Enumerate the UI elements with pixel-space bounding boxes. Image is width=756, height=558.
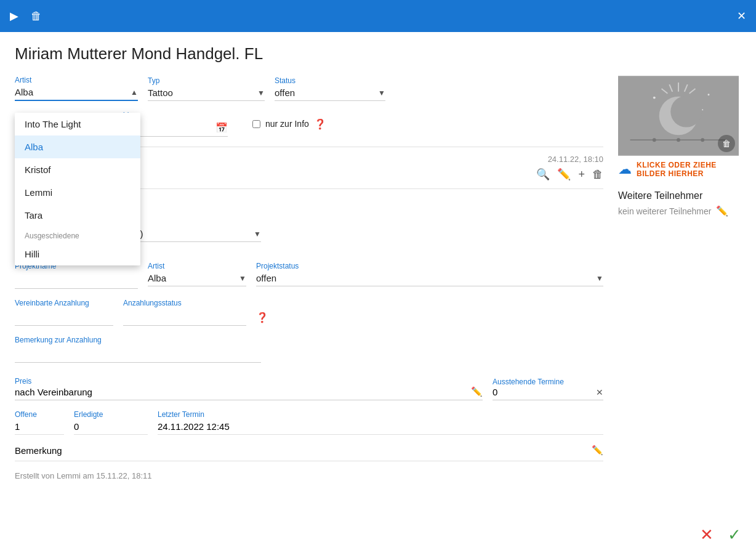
bemerkung-row: Bemerkung ✏️ bbox=[15, 445, 603, 461]
upload-area[interactable]: ☁ KLICKE ODER ZIEHE BILDER HIERHER bbox=[618, 161, 741, 178]
delete-client-icon[interactable]: 🗑 bbox=[592, 168, 603, 181]
svg-point-8 bbox=[653, 97, 656, 99]
svg-point-12 bbox=[653, 138, 656, 142]
preis-field: Preis nach Vereinbarung ✏️ bbox=[15, 375, 483, 400]
no-participants-row: kein weiterer Teilnehmer ✏️ bbox=[618, 205, 741, 217]
preis-value: nach Vereinbarung bbox=[15, 387, 471, 397]
ausstehende-value-row: 0 ✕ bbox=[493, 387, 603, 400]
offene-value: 1 bbox=[15, 421, 64, 432]
add-client-icon[interactable]: + bbox=[578, 168, 585, 181]
projektstatus-select[interactable]: offen ▼ bbox=[256, 273, 603, 286]
close-icon[interactable]: ✕ bbox=[737, 9, 746, 23]
projektstatus-arrow[interactable]: ▼ bbox=[596, 274, 603, 283]
nur-zur-info-checkbox[interactable] bbox=[252, 120, 260, 128]
vereinbarte-anzahlung-field: Vereinbarte Anzahlung 50,00 bbox=[15, 299, 113, 326]
erledigte-field: Erledigte 0 bbox=[74, 410, 148, 435]
offene-field: Offene 1 bbox=[15, 410, 64, 435]
dropdown-item-hilli[interactable]: Hilli bbox=[15, 243, 140, 265]
further-participants: Weitere Teilnehmer kein weiterer Teilneh… bbox=[618, 190, 741, 217]
image-delete-button[interactable]: 🗑 bbox=[718, 135, 735, 152]
bottom-action-row: ✕ ✓ bbox=[696, 524, 741, 546]
left-panel: Artist Alba ▲ Into The Light Alba Kristo… bbox=[15, 76, 603, 480]
nur-zur-info-label: nur zur Info bbox=[265, 119, 309, 129]
footer-text: Erstellt von Lemmi am 15.11.22, 18:11 bbox=[15, 471, 603, 480]
bemerkung-anzahlung-input[interactable] bbox=[15, 347, 261, 363]
svg-point-10 bbox=[702, 109, 703, 110]
edit-bemerkung-icon[interactable]: ✏️ bbox=[592, 445, 603, 456]
preis-value-row: nach Vereinbarung ✏️ bbox=[15, 386, 483, 400]
svg-point-14 bbox=[701, 138, 704, 142]
status-value: offen bbox=[275, 87, 378, 98]
projektstatus-value: offen bbox=[256, 273, 596, 283]
artist-field-group: Artist Alba ▲ Into The Light Alba Kristo… bbox=[15, 76, 138, 101]
status-dropdown-arrow[interactable]: ▼ bbox=[378, 89, 385, 97]
artist-dropdown-arrow[interactable]: ▲ bbox=[131, 88, 138, 97]
artist-project-select[interactable]: Alba ▼ bbox=[148, 273, 246, 286]
artist-project-field: Artist Alba ▼ bbox=[148, 262, 246, 289]
send-icon[interactable]: ▶ bbox=[10, 9, 18, 23]
checkbox-row: nur zur Info ❓ bbox=[252, 118, 326, 130]
clear-ausstehende-icon[interactable]: ✕ bbox=[596, 387, 603, 397]
artist-value: Alba bbox=[15, 87, 131, 97]
kein-teilnehmer-text: kein weiterer Teilnehmer bbox=[618, 206, 711, 216]
anzahlung-help-icon[interactable]: ❓ bbox=[256, 312, 276, 326]
status-select-wrapper[interactable]: offen ▼ bbox=[275, 87, 385, 101]
projektname-input[interactable]: Mond Handgel. FL bbox=[15, 273, 138, 289]
dropdown-item-into-the-light[interactable]: Into The Light bbox=[15, 113, 140, 135]
ausstehende-label: Ausstehende Termine bbox=[493, 378, 564, 386]
ausstehende-value: 0 bbox=[493, 387, 593, 397]
letzter-termin-field: Letzter Termin 24.11.2022 12:45 bbox=[158, 410, 603, 435]
status-label: Status bbox=[275, 76, 385, 85]
price-row: Preis nach Vereinbarung ✏️ Ausstehende T… bbox=[15, 375, 603, 400]
artist-label: Artist bbox=[15, 76, 138, 84]
typ-dropdown-arrow[interactable]: ▼ bbox=[257, 89, 265, 97]
svg-point-13 bbox=[677, 138, 680, 142]
cancel-button[interactable]: ✕ bbox=[696, 524, 718, 546]
artist-select-wrapper[interactable]: Alba ▲ bbox=[15, 87, 138, 101]
offene-label: Offene bbox=[15, 410, 64, 419]
upload-icon: ☁ bbox=[618, 161, 632, 177]
typ-value: Tattoo bbox=[148, 87, 257, 98]
titlebar: ▶ 🗑 ✕ bbox=[0, 0, 756, 32]
anzahlungsstatus-label: Anzahlungsstatus bbox=[123, 299, 246, 307]
bemerkung-label: Bemerkung bbox=[15, 445, 62, 456]
upload-text: KLICKE ODER ZIEHE BILDER HIERHER bbox=[637, 161, 741, 178]
anzahlungsstatus-input[interactable]: 50,00 bbox=[123, 310, 246, 326]
search-icon[interactable]: 🔍 bbox=[536, 168, 550, 181]
dropdown-item-alba[interactable]: Alba bbox=[15, 135, 140, 158]
edit-teilnehmer-icon[interactable]: ✏️ bbox=[716, 205, 728, 217]
delete-icon[interactable]: 🗑 bbox=[31, 10, 42, 23]
weitere-teilnehmer-label: Weitere Teilnehmer bbox=[618, 190, 741, 201]
edit-client-icon[interactable]: ✏️ bbox=[557, 168, 571, 181]
page-title: Miriam Mutterer Mond Handgel. FL bbox=[15, 44, 741, 63]
projektstatus-label: Projektstatus bbox=[256, 262, 603, 270]
two-col-layout: Artist Alba ▲ Into The Light Alba Kristo… bbox=[15, 76, 741, 480]
typ-select-wrapper[interactable]: Tattoo ▼ bbox=[148, 87, 265, 101]
calendar-icon[interactable]: 📅 bbox=[215, 122, 228, 134]
artist-project-value: Alba bbox=[148, 273, 239, 283]
dropdown-item-lemmi[interactable]: Lemmi bbox=[15, 181, 140, 204]
vereinbarte-anzahlung-input[interactable]: 50,00 bbox=[15, 310, 113, 326]
svg-point-7 bbox=[670, 96, 702, 127]
timestamp: 24.11.22, 18:10 bbox=[548, 155, 603, 164]
bemerkung-anzahlung-field: Bemerkung zur Anzahlung bbox=[15, 336, 603, 363]
typ-field-group: Typ Tattoo ▼ bbox=[148, 76, 265, 101]
dropdown-section-ausgeschiedene: Ausgeschiedene bbox=[15, 227, 140, 243]
letzter-termin-value: 24.11.2022 12:45 bbox=[158, 421, 603, 432]
top-fields-row: Artist Alba ▲ Into The Light Alba Kristo… bbox=[15, 76, 603, 101]
bemerkung-anzahlung-label: Bemerkung zur Anzahlung bbox=[15, 336, 603, 344]
status-field-group: Status offen ▼ bbox=[275, 76, 385, 101]
artist-dropdown-menu: Into The Light Alba Kristof Lemmi Tara A… bbox=[15, 113, 140, 265]
artist-project-arrow[interactable]: ▼ bbox=[239, 274, 246, 283]
confirm-button[interactable]: ✓ bbox=[728, 525, 741, 544]
preis-label: Preis bbox=[15, 377, 31, 386]
erledigte-label: Erledigte bbox=[74, 410, 148, 419]
projekt-dropdown-arrow[interactable]: ▼ bbox=[254, 230, 261, 238]
right-panel: 🗑 ☁ KLICKE ODER ZIEHE BILDER HIERHER Wei… bbox=[618, 76, 741, 480]
help-icon[interactable]: ❓ bbox=[314, 118, 326, 130]
projektname-field: Projektname Mond Handgel. FL bbox=[15, 262, 138, 289]
dropdown-item-kristof[interactable]: Kristof bbox=[15, 158, 140, 181]
svg-point-9 bbox=[708, 94, 710, 95]
edit-preis-icon[interactable]: ✏️ bbox=[471, 386, 483, 397]
dropdown-item-tara[interactable]: Tara bbox=[15, 204, 140, 227]
